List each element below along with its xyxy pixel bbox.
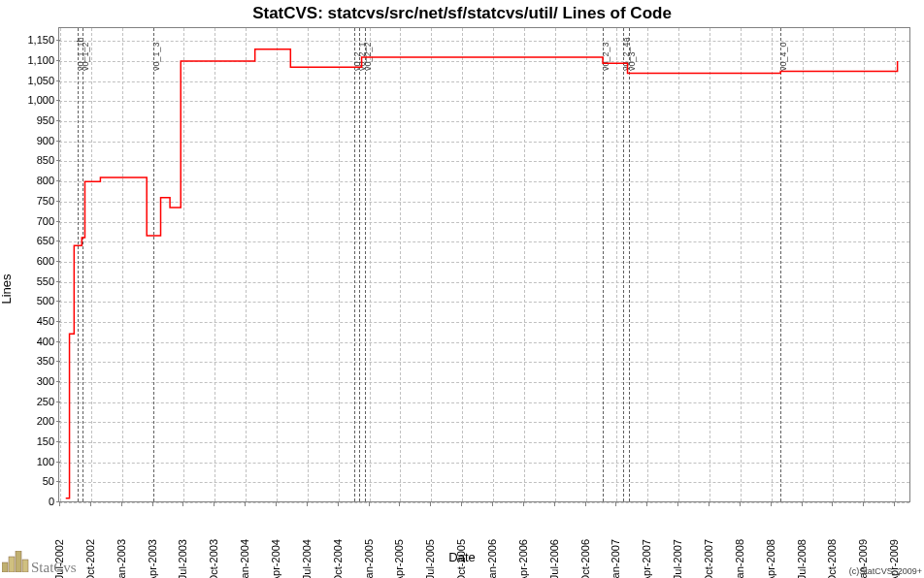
tick-mark xyxy=(56,40,60,41)
x-tick-label: Jul-2004 xyxy=(301,539,313,578)
tick-mark xyxy=(492,502,493,506)
tick-mark xyxy=(214,502,214,506)
branding-logo: StatCvs xyxy=(2,551,77,576)
tick-mark xyxy=(56,141,60,142)
tick-mark xyxy=(56,60,60,61)
svg-rect-1 xyxy=(9,557,15,572)
y-tick-label: 600 xyxy=(6,255,54,267)
plot-area: v0_1_1bv0_1_2v0_1_3v0_2v0_2_1v0_2_2v0_2_… xyxy=(58,27,910,502)
tick-mark xyxy=(461,502,462,506)
tick-mark xyxy=(56,180,60,181)
y-tick-label: 900 xyxy=(6,135,54,146)
tick-mark xyxy=(56,381,60,382)
tick-mark xyxy=(585,502,586,506)
tick-mark xyxy=(802,502,803,506)
tick-mark xyxy=(276,502,277,506)
tick-mark xyxy=(677,502,678,506)
tick-mark xyxy=(56,120,60,121)
x-tick-label: Oct-2003 xyxy=(208,539,219,578)
tick-mark xyxy=(56,201,60,202)
x-tick-label: Apr-2004 xyxy=(270,539,281,578)
chart-container: StatCVS: statcvs/src/net/sf/statcvs/util… xyxy=(0,0,924,578)
tick-mark xyxy=(863,502,864,506)
y-tick-label: 850 xyxy=(6,154,54,166)
tick-mark xyxy=(338,502,339,506)
tick-mark xyxy=(56,481,60,482)
y-tick-label: 500 xyxy=(6,295,54,306)
x-tick-label: Jul-2006 xyxy=(548,539,560,578)
x-tick-label: Oct-2008 xyxy=(826,539,838,578)
x-tick-label: Oct-2006 xyxy=(579,539,591,578)
y-tick-label: 100 xyxy=(6,456,54,467)
x-tick-label: Jan-2003 xyxy=(116,539,127,578)
tick-mark xyxy=(182,502,183,506)
tick-mark xyxy=(56,341,60,342)
y-tick-label: 650 xyxy=(6,235,54,246)
x-tick-label: Oct-2007 xyxy=(703,539,714,578)
tick-mark xyxy=(56,221,60,222)
tick-mark xyxy=(56,421,60,422)
tick-mark xyxy=(56,361,60,362)
x-tick-label: Jan-2006 xyxy=(486,539,498,578)
x-tick-label: Jul-2008 xyxy=(796,539,808,578)
y-tick-label: 550 xyxy=(6,275,54,287)
y-tick-label: 450 xyxy=(6,315,54,327)
tick-mark xyxy=(56,80,60,81)
x-tick-label: Apr-2008 xyxy=(765,539,776,578)
x-tick-label: Jan-2005 xyxy=(363,539,375,578)
x-tick-label: Jul-2003 xyxy=(177,539,188,578)
y-tick-label: 800 xyxy=(6,175,54,186)
y-tick-label: 200 xyxy=(6,415,54,427)
tick-mark xyxy=(554,502,555,506)
tick-mark xyxy=(56,321,60,322)
line-series xyxy=(59,28,909,501)
tick-mark xyxy=(56,160,60,161)
grid-line-h xyxy=(59,502,909,503)
y-tick-label: 700 xyxy=(6,215,54,227)
x-tick-label: Jul-2005 xyxy=(424,539,436,578)
x-tick-label: Apr-2003 xyxy=(147,539,158,578)
x-tick-label: Apr-2007 xyxy=(641,539,652,578)
x-tick-label: Jan-2008 xyxy=(734,539,745,578)
tick-mark xyxy=(245,502,246,506)
tick-mark xyxy=(59,502,60,506)
bar-chart-icon xyxy=(2,551,29,576)
tick-mark xyxy=(121,502,122,506)
y-tick-label: 350 xyxy=(6,355,54,367)
svg-rect-3 xyxy=(22,560,28,572)
tick-mark xyxy=(56,462,60,463)
x-tick-label: Oct-2002 xyxy=(84,539,96,578)
tick-mark xyxy=(430,502,431,506)
y-tick-label: 250 xyxy=(6,396,54,407)
tick-mark xyxy=(646,502,647,506)
x-tick-label: Jul-2007 xyxy=(672,539,683,578)
x-tick-label: Oct-2005 xyxy=(455,539,467,578)
tick-mark xyxy=(894,502,895,506)
tick-mark xyxy=(56,401,60,402)
y-tick-label: 300 xyxy=(6,375,54,387)
branding-text: StatCvs xyxy=(31,560,77,576)
tick-mark xyxy=(523,502,524,506)
x-tick-label: Oct-2004 xyxy=(332,539,344,578)
tick-mark xyxy=(615,502,616,506)
tick-mark xyxy=(56,441,60,442)
y-tick-label: 400 xyxy=(6,336,54,347)
y-tick-label: 150 xyxy=(6,435,54,447)
tick-mark xyxy=(56,301,60,302)
y-tick-label: 1,000 xyxy=(6,94,54,106)
svg-rect-0 xyxy=(2,562,8,572)
x-tick-label: Apr-2006 xyxy=(517,539,529,578)
tick-mark xyxy=(90,502,91,506)
y-tick-label: 750 xyxy=(6,195,54,207)
y-tick-label: 50 xyxy=(6,475,54,487)
tick-mark xyxy=(709,502,710,506)
tick-mark xyxy=(399,502,400,506)
x-tick-label: Jan-2007 xyxy=(610,539,621,578)
chart-title: StatCVS: statcvs/src/net/sf/statcvs/util… xyxy=(0,4,924,23)
tick-mark xyxy=(152,502,153,506)
tick-mark xyxy=(771,502,772,506)
x-tick-label: Jan-2004 xyxy=(239,539,250,578)
y-tick-label: 950 xyxy=(6,114,54,126)
y-tick-label: 0 xyxy=(6,496,54,507)
tick-mark xyxy=(740,502,741,506)
